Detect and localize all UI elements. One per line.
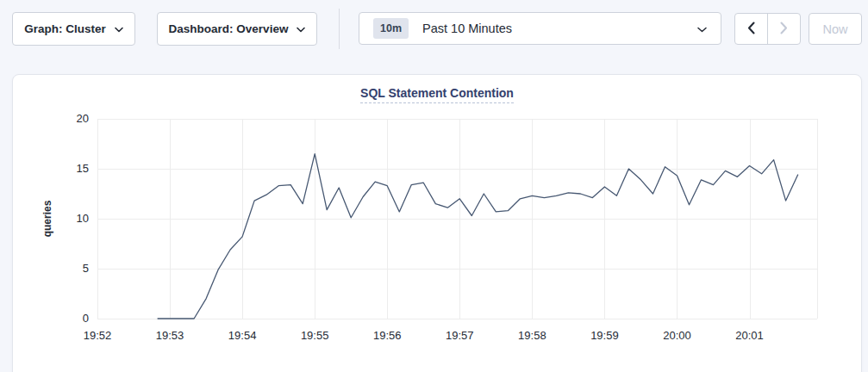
plot-svg	[13, 75, 861, 372]
x-tick-label: 19:55	[287, 329, 342, 342]
graph-dropdown[interactable]: Graph: Cluster	[12, 12, 135, 46]
x-tick-label: 19:56	[359, 329, 415, 342]
chevron-left-icon	[747, 22, 755, 37]
time-range-label: Past 10 Minutes	[422, 22, 512, 35]
x-tick-label: 19:57	[432, 329, 487, 342]
y-tick-label: 0	[42, 312, 89, 325]
toolbar-divider	[339, 9, 340, 49]
series-line	[158, 154, 798, 319]
now-button[interactable]: Now	[809, 13, 862, 45]
y-tick-label: 10	[42, 212, 89, 225]
dashboard-dropdown-label: Dashboard: Overview	[169, 22, 289, 35]
chevron-down-icon	[115, 22, 123, 35]
y-tick-label: 15	[42, 162, 89, 175]
time-window-badge: 10m	[373, 18, 409, 39]
graph-dropdown-label: Graph: Cluster	[24, 22, 106, 35]
x-tick-label: 19:59	[577, 329, 632, 342]
x-tick-label: 19:52	[70, 329, 125, 342]
dashboard-dropdown[interactable]: Dashboard: Overview	[157, 12, 317, 46]
y-tick-label: 20	[42, 112, 89, 125]
x-tick-label: 19:58	[504, 329, 559, 342]
time-range-nav	[734, 13, 801, 45]
time-range-picker[interactable]: 10m Past 10 Minutes	[359, 12, 721, 45]
x-tick-label: 20:01	[722, 329, 777, 342]
chevron-down-icon	[697, 21, 707, 36]
line-chart: queries 0510152019:5219:5319:5419:5519:5…	[13, 75, 861, 372]
next-range-button[interactable]	[767, 14, 800, 44]
chevron-right-icon	[780, 22, 788, 37]
prev-range-button[interactable]	[735, 14, 767, 44]
x-tick-label: 19:54	[215, 329, 270, 342]
x-tick-label: 19:53	[142, 329, 197, 342]
x-tick-label: 20:00	[649, 329, 704, 342]
chart-panel: SQL Statement Contention queries 0510152…	[12, 74, 862, 372]
chevron-down-icon	[297, 22, 305, 35]
y-tick-label: 5	[42, 262, 89, 275]
